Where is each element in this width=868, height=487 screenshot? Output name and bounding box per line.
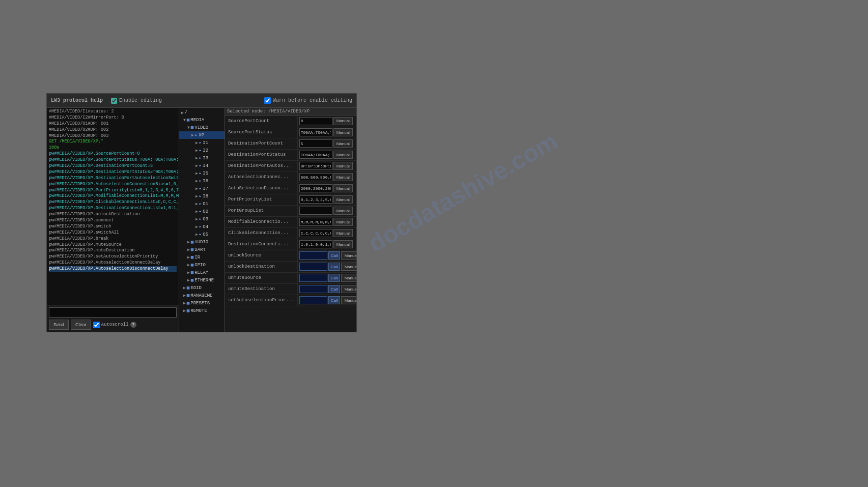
btn-row: Send Clear Autoscroll ? [49, 320, 177, 330]
manual-button-14[interactable]: Manual [341, 274, 356, 282]
log-line: pw#MEDIA/VIDEO/XP.DestinationConnectionL… [49, 206, 177, 212]
prop-name: ClickableConnection... [225, 227, 297, 239]
command-input[interactable] [49, 307, 177, 318]
prop-name: DestinationPortStatus [225, 149, 297, 160]
call-input-15[interactable] [299, 285, 327, 293]
tree-item-uart[interactable]: ▶▦UART [179, 246, 225, 253]
tree-item-video[interactable]: ▼▦VIDEO [179, 124, 225, 131]
tree-item-label: I8 [203, 194, 208, 199]
tree-item-ir[interactable]: ▶▦IR [179, 253, 225, 261]
tree-item-manageme[interactable]: ▶▦MANAGEME [179, 292, 225, 299]
warn-label: Warn before enable editing [273, 98, 352, 103]
tree-item-xp[interactable]: ▶▸XP [179, 131, 225, 139]
prop-input-5[interactable] [299, 173, 332, 181]
tree-item-audio[interactable]: ▶▦AUDIO [179, 238, 225, 246]
call-button-16[interactable]: Call [328, 296, 341, 304]
tree-folder-icon: ▦ [187, 300, 189, 306]
tree-item-label: VIDEO [194, 125, 208, 130]
call-input-13[interactable] [299, 263, 327, 271]
manual-button-10[interactable]: Manual [333, 229, 353, 237]
tree-item-edid[interactable]: ▶▦EDID [179, 284, 225, 292]
enable-editing-checkbox[interactable] [111, 98, 117, 104]
prop-input-0[interactable] [299, 117, 332, 125]
tree-folder-icon: ▦ [191, 262, 193, 268]
help-icon[interactable]: ? [130, 322, 136, 328]
tree-item-i6[interactable]: ▶▸I6 [179, 177, 225, 185]
tree-item-o1[interactable]: ▶▸O1 [179, 200, 225, 208]
manual-button-11[interactable]: Manual [333, 240, 353, 248]
prop-row: AutoselectionConnec...Manual [225, 171, 356, 183]
manual-button-15[interactable]: Manual [341, 285, 356, 293]
tree-item-i2[interactable]: ▶▸I2 [179, 147, 225, 154]
prop-name: unmuteSource [225, 272, 297, 283]
tree-item-i7[interactable]: ▶▸I7 [179, 185, 225, 192]
log-line: pw#MEDIA/VIDEO/XP.setAutoselectionPriori… [49, 254, 177, 260]
clear-button[interactable]: Clear [71, 320, 91, 330]
tree-item-i4[interactable]: ▶▸I4 [179, 162, 225, 169]
tree-item-i5[interactable]: ▶▸I5 [179, 169, 225, 177]
manual-button-1[interactable]: Manual [333, 128, 353, 136]
manual-button-6[interactable]: Manual [333, 184, 353, 192]
call-input-12[interactable] [299, 251, 327, 260]
manual-button-8[interactable]: Manual [333, 207, 353, 215]
prop-input-11[interactable] [299, 240, 332, 248]
call-button-14[interactable]: Call [328, 274, 341, 282]
tree-item-o4[interactable]: ▶▸O4 [179, 223, 225, 231]
tree-item-i1[interactable]: ▶▸I1 [179, 139, 225, 147]
prop-input-8[interactable] [299, 207, 332, 215]
manual-button-3[interactable]: Manual [333, 151, 353, 159]
prop-name: DestinationPortAutos... [225, 160, 297, 171]
manual-button-9[interactable]: Manual [333, 218, 353, 226]
tree-item-o5[interactable]: ▶▸O5 [179, 231, 225, 238]
manual-button-16[interactable]: Manual [341, 296, 356, 304]
tree-item-label: REMOTE [190, 308, 207, 313]
autoscroll-checkbox[interactable] [93, 322, 100, 328]
tree-item-presets[interactable]: ▶▦PRESETS [179, 299, 225, 307]
tree-item-o2[interactable]: ▶▸O2 [179, 208, 225, 215]
prop-input-6[interactable] [299, 184, 332, 192]
tree-item-gpio[interactable]: ▶▦GPIO [179, 261, 225, 269]
tree-arrow: ▶ [187, 278, 190, 282]
log-line: pw#MEDIA/VIDEO/XP.switchAll [49, 230, 177, 236]
manual-button-13[interactable]: Manual [341, 263, 356, 271]
app-title: LW3 protocol help [51, 98, 103, 103]
tree-folder-icon: ▸ [199, 201, 202, 207]
send-button[interactable]: Send [49, 320, 69, 330]
manual-button-7[interactable]: Manual [333, 195, 353, 204]
tree-item-media[interactable]: ▼▦MEDIA [179, 116, 225, 124]
tree-item-relay[interactable]: ▶▦RELAY [179, 269, 225, 276]
autoscroll-label[interactable]: Autoscroll ? [93, 322, 136, 328]
manual-button-12[interactable]: Manual [341, 251, 356, 260]
tree-item-etherne[interactable]: ▶▦ETHERNE [179, 276, 225, 284]
prop-input-2[interactable] [299, 139, 332, 148]
call-button-15[interactable]: Call [328, 285, 341, 293]
tree-arrow: ▶ [187, 270, 190, 275]
tree-item-remote[interactable]: ▶▦REMOTE [179, 307, 225, 314]
log-area[interactable]: #MEDIA/VIDEO/I1#status: 2#MEDIA/VIDEO/I2… [47, 108, 179, 305]
prop-input-10[interactable] [299, 229, 332, 237]
prop-row: setAutoselectionPrior...CallManual [225, 295, 356, 306]
call-button-13[interactable]: Call [328, 263, 341, 271]
prop-input-1[interactable] [299, 128, 332, 136]
tree-item-o3[interactable]: ▶▸O3 [179, 215, 225, 223]
call-button-12[interactable]: Call [328, 251, 341, 260]
prop-input-7[interactable] [299, 195, 332, 204]
tree-arrow: ▶ [195, 156, 198, 160]
tree-item-i3[interactable]: ▶▸I3 [179, 154, 225, 162]
prop-row: PortPriorityListManual [225, 194, 356, 205]
warn-checkbox[interactable] [264, 97, 271, 104]
call-input-14[interactable] [299, 274, 327, 282]
manual-button-5[interactable]: Manual [333, 173, 353, 181]
call-input-16[interactable] [299, 296, 327, 304]
prop-input-9[interactable] [299, 218, 332, 226]
manual-button-2[interactable]: Manual [333, 139, 353, 148]
manual-button-4[interactable]: Manual [333, 162, 353, 170]
manual-button-0[interactable]: Manual [333, 117, 353, 125]
tree-arrow: ▶ [195, 202, 198, 206]
tree-item-label: GPIO [194, 263, 206, 268]
tree-item-root[interactable]: ▶ / [179, 109, 225, 116]
prop-input-3[interactable] [299, 151, 332, 159]
prop-input-4[interactable] [299, 162, 332, 170]
enable-editing-checkbox-label[interactable]: Enable editing [111, 98, 162, 104]
tree-item-i8[interactable]: ▶▸I8 [179, 192, 225, 200]
